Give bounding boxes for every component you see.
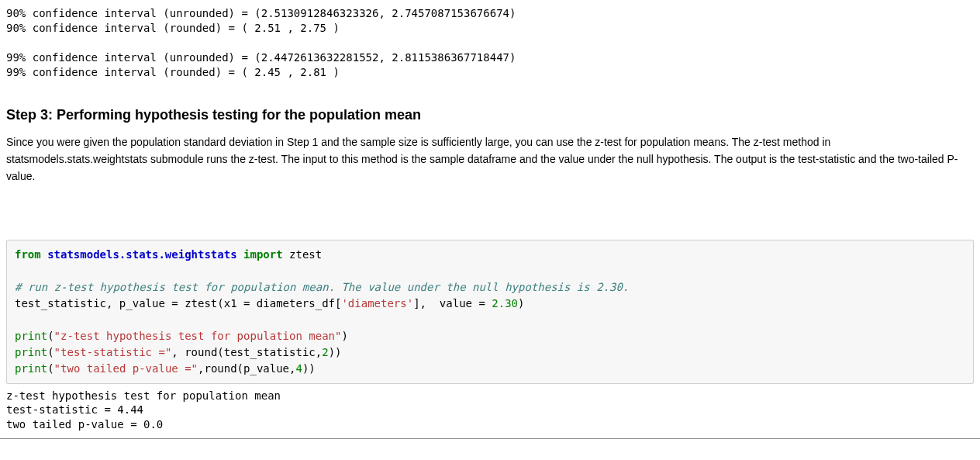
number-literal: 4 — [295, 362, 302, 375]
notebook-cell-region: 90% confidence interval (unrounded) = (2… — [0, 0, 980, 439]
code-comment: # run z-test hypothesis test for populat… — [15, 281, 629, 293]
string-literal: "z-test hypothesis test for population m… — [54, 330, 342, 342]
module-path: statsmodels.stats.weightstats — [47, 248, 236, 261]
output-line: 90% confidence interval (rounded) = ( 2.… — [6, 22, 340, 34]
output-line: 90% confidence interval (unrounded) = (2… — [6, 7, 516, 19]
step-3-heading: Step 3: Performing hypothesis testing fo… — [6, 107, 974, 123]
code-text: ], value = — [413, 297, 492, 310]
builtin-print: print — [15, 362, 47, 375]
string-literal: 'diameters' — [341, 297, 413, 310]
close-paren: )) — [302, 362, 316, 375]
step-3-description: Since you were given the population stan… — [6, 134, 960, 185]
output-line: two tailed p-value = 0.0 — [6, 418, 163, 431]
close-paren: )) — [329, 346, 342, 358]
string-literal: "test-statistic =" — [54, 346, 172, 358]
string-literal: "two tailed p-value =" — [54, 362, 198, 375]
close-paren: ) — [518, 297, 524, 310]
keyword-import: import — [243, 248, 283, 261]
output-line: z-test hypothesis test for population me… — [6, 389, 281, 402]
keyword-from: from — [15, 248, 41, 261]
open-paren: ( — [47, 330, 53, 342]
ztest-output: z-test hypothesis test for population me… — [6, 389, 974, 433]
confidence-interval-output: 90% confidence interval (unrounded) = (2… — [6, 6, 974, 79]
builtin-print: print — [15, 330, 47, 342]
import-name: ztest — [289, 248, 322, 261]
open-paren: ( — [47, 346, 53, 358]
output-line: test-statistic = 4.44 — [6, 403, 143, 416]
open-paren: ( — [47, 362, 53, 375]
output-line: 99% confidence interval (rounded) = ( 2.… — [6, 66, 340, 78]
builtin-print: print — [15, 346, 47, 358]
output-line: 99% confidence interval (unrounded) = (2… — [6, 51, 516, 64]
code-text: ,round(p_value, — [198, 362, 295, 375]
number-literal: 2 — [322, 346, 328, 358]
code-cell[interactable]: from statsmodels.stats.weightstats impor… — [6, 240, 974, 384]
code-assignment: test_statistic, p_value = ztest(x1 = dia… — [15, 297, 341, 310]
close-paren: ) — [341, 330, 347, 342]
number-literal: 2.30 — [492, 297, 518, 310]
code-text: , round(test_statistic, — [171, 346, 322, 358]
